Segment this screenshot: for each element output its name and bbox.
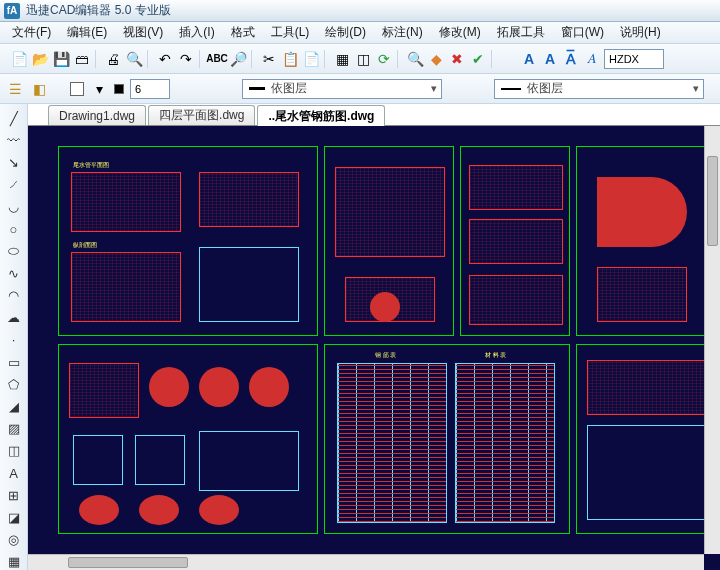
layers-stack-icon[interactable]: ☰ xyxy=(6,80,24,98)
arc-tool-icon[interactable]: ◡ xyxy=(5,199,23,215)
sheet-frame xyxy=(324,146,454,336)
menu-edit[interactable]: 编辑(E) xyxy=(59,24,115,41)
menu-insert[interactable]: 插入(I) xyxy=(171,24,222,41)
layer-icon[interactable]: ▦ xyxy=(333,50,351,68)
scrollbar-horizontal[interactable] xyxy=(28,554,704,570)
zoom-icon[interactable]: 🔍 xyxy=(406,50,424,68)
cut-icon[interactable]: ✂ xyxy=(260,50,278,68)
menubar: 文件(F) 编辑(E) 视图(V) 插入(I) 格式 工具(L) 绘制(D) 标… xyxy=(0,22,720,44)
table-tool-icon[interactable]: ▦ xyxy=(5,554,23,570)
xline-tool-icon[interactable]: ⟋ xyxy=(5,177,23,193)
redo-icon[interactable]: ↷ xyxy=(177,50,195,68)
cross-icon[interactable]: ✖ xyxy=(448,50,466,68)
layer1-label: 依图层 xyxy=(271,80,307,97)
ellipse-tool-icon[interactable]: ⬭ xyxy=(5,243,23,259)
sheet-frame xyxy=(576,146,716,336)
open-icon[interactable]: 📂 xyxy=(31,50,49,68)
region-tool-icon[interactable]: ◫ xyxy=(5,443,23,459)
menu-dim[interactable]: 标注(N) xyxy=(374,24,431,41)
toolbar-main: 📄 📂 💾 🗃 🖨 🔍 ↶ ↷ ABC 🔎 ✂ 📋 📄 ▦ ◫ ⟳ 🔍 ◆ ✖ … xyxy=(0,44,720,74)
menu-file[interactable]: 文件(F) xyxy=(4,24,59,41)
paste-icon[interactable]: 📄 xyxy=(302,50,320,68)
menu-format[interactable]: 格式 xyxy=(223,24,263,41)
menu-view[interactable]: 视图(V) xyxy=(115,24,171,41)
refresh-icon[interactable]: ⟳ xyxy=(375,50,393,68)
polygon-tool-icon[interactable]: ⬠ xyxy=(5,376,23,392)
font-a1-icon[interactable]: A xyxy=(520,50,538,68)
hatch-tool-icon[interactable]: ▨ xyxy=(5,421,23,437)
tab-2[interactable]: ..尾水管钢筋图.dwg xyxy=(257,105,385,126)
layer-select-1[interactable]: 依图层 xyxy=(242,79,442,99)
font-a2-icon[interactable]: A xyxy=(541,50,559,68)
ray-tool-icon[interactable]: ↘ xyxy=(5,154,23,170)
toolbar-layer: ☰ ◧ ▾ 依图层 依图层 xyxy=(0,74,720,104)
text-tool-icon[interactable]: A xyxy=(5,465,23,481)
document-tabs: Drawing1.dwg 四层平面图.dwg ..尾水管钢筋图.dwg xyxy=(28,104,720,126)
line-tool-icon[interactable]: ╱ xyxy=(5,110,23,126)
circle-tool-icon[interactable]: ○ xyxy=(5,221,23,237)
menu-modify[interactable]: 修改(M) xyxy=(431,24,489,41)
font-name-input[interactable] xyxy=(604,49,664,69)
block-icon[interactable]: ◫ xyxy=(354,50,372,68)
revcloud-tool-icon[interactable]: ☁ xyxy=(5,310,23,326)
layer-select-2[interactable]: 依图层 xyxy=(494,79,704,99)
title-number-input[interactable] xyxy=(130,79,170,99)
titlebar: fA 迅捷CAD编辑器 5.0 专业版 xyxy=(0,0,720,22)
color-black-swatch[interactable] xyxy=(114,84,124,94)
scroll-thumb-h[interactable] xyxy=(68,557,188,568)
app-logo-icon: fA xyxy=(4,3,20,19)
saveall-icon[interactable]: 🗃 xyxy=(73,50,91,68)
insert-tool-icon[interactable]: ⊞ xyxy=(5,487,23,503)
spline-tool-icon[interactable]: ∿ xyxy=(5,265,23,281)
sheet-frame xyxy=(58,344,318,534)
new-icon[interactable]: 📄 xyxy=(10,50,28,68)
donut-tool-icon[interactable]: ◎ xyxy=(5,532,23,548)
font-a4-icon[interactable]: 𝐴 xyxy=(583,50,601,68)
block-tool-icon[interactable]: ◪ xyxy=(5,509,23,525)
layer2-label: 依图层 xyxy=(527,80,563,97)
scroll-thumb-v[interactable] xyxy=(707,156,718,246)
rebar-table xyxy=(455,363,555,523)
point-tool-icon[interactable]: · xyxy=(5,332,23,348)
drawing-canvas[interactable]: 尾水管平面图 纵剖面图 xyxy=(28,126,720,570)
layers-manage-icon[interactable]: ◧ xyxy=(30,80,48,98)
rebar-table xyxy=(337,363,447,523)
font-a3-icon[interactable]: A̅ xyxy=(562,50,580,68)
work-row: ╱ 〰 ↘ ⟋ ◡ ○ ⬭ ∿ ◠ ☁ · ▭ ⬠ ◢ ▨ ◫ A ⊞ ◪ ◎ … xyxy=(0,104,720,570)
find-icon[interactable]: 🔎 xyxy=(229,50,247,68)
prism-icon[interactable]: ◆ xyxy=(427,50,445,68)
ellarc-tool-icon[interactable]: ◠ xyxy=(5,288,23,304)
sheet-frame: 尾水管平面图 纵剖面图 xyxy=(58,146,318,336)
menu-window[interactable]: 窗口(W) xyxy=(553,24,612,41)
color-swatch[interactable] xyxy=(70,82,84,96)
menu-ext[interactable]: 拓展工具 xyxy=(489,24,553,41)
menu-tool[interactable]: 工具(L) xyxy=(263,24,318,41)
rect-tool-icon[interactable]: ▭ xyxy=(5,354,23,370)
print-icon[interactable]: 🖨 xyxy=(104,50,122,68)
save-icon[interactable]: 💾 xyxy=(52,50,70,68)
app-title: 迅捷CAD编辑器 5.0 专业版 xyxy=(26,2,171,19)
trace-tool-icon[interactable]: ◢ xyxy=(5,398,23,414)
sheet-frame xyxy=(576,344,716,534)
left-toolbar: ╱ 〰 ↘ ⟋ ◡ ○ ⬭ ∿ ◠ ☁ · ▭ ⬠ ◢ ▨ ◫ A ⊞ ◪ ◎ … xyxy=(0,104,28,570)
text-icon[interactable]: ABC xyxy=(208,50,226,68)
undo-icon[interactable]: ↶ xyxy=(156,50,174,68)
document-area: Drawing1.dwg 四层平面图.dwg ..尾水管钢筋图.dwg 尾水管平… xyxy=(28,104,720,570)
preview-icon[interactable]: 🔍 xyxy=(125,50,143,68)
polyline-tool-icon[interactable]: 〰 xyxy=(5,132,23,148)
menu-draw[interactable]: 绘制(D) xyxy=(317,24,374,41)
copy-icon[interactable]: 📋 xyxy=(281,50,299,68)
sheet-frame: 钢 筋 表 材 料 表 xyxy=(324,344,570,534)
tab-1[interactable]: 四层平面图.dwg xyxy=(148,105,255,125)
sheet-frame xyxy=(460,146,570,336)
tab-0[interactable]: Drawing1.dwg xyxy=(48,105,146,125)
check-icon[interactable]: ✔ xyxy=(469,50,487,68)
swatch-drop-icon[interactable]: ▾ xyxy=(90,80,108,98)
menu-help[interactable]: 说明(H) xyxy=(612,24,669,41)
scrollbar-vertical[interactable] xyxy=(704,126,720,554)
